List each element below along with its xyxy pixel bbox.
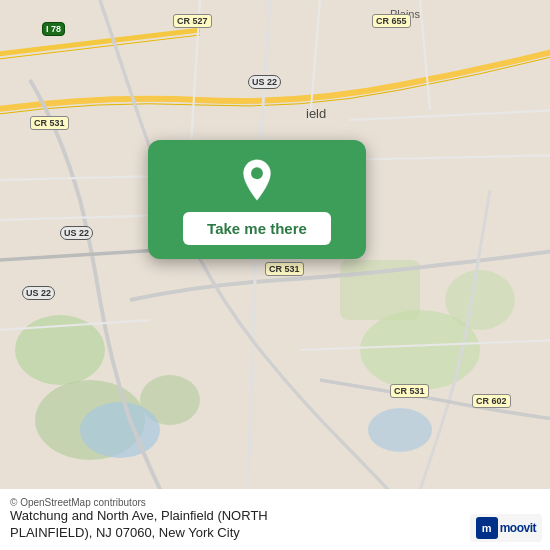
road-badge-us22-mid: US 22 [60,226,93,240]
moovit-icon: m [476,517,498,539]
svg-point-2 [445,270,515,330]
bottom-text-area: © OpenStreetMap contributors Watchung an… [10,497,498,542]
road-badge-cr655: CR 655 [372,14,411,28]
svg-point-7 [80,402,160,458]
map-container: Plains I 78 CR 527 CR 655 US 22 CR 531 U… [0,0,550,550]
road-badge-us22-top: US 22 [248,75,281,89]
place-label: ield [306,106,326,121]
road-badge-cr531-br: CR 531 [390,384,429,398]
address-line: Watchung and North Ave, Plainfield (NORT… [10,508,498,542]
road-badge-cr602: CR 602 [472,394,511,408]
osm-attribution: © OpenStreetMap contributors [10,497,498,508]
road-badge-cr531-bot: CR 531 [265,262,304,276]
bottom-bar: © OpenStreetMap contributors Watchung an… [0,489,550,550]
road-badge-us22-bot: US 22 [22,286,55,300]
road-badge-cr531-left: CR 531 [30,116,69,130]
moovit-logo: m moovit [470,514,542,542]
svg-point-21 [251,167,263,179]
location-pin-icon [235,158,279,202]
road-badge-cr527: CR 527 [173,14,212,28]
moovit-label: moovit [500,521,536,535]
take-me-there-button[interactable]: Take me there [183,212,331,245]
popup-card: Take me there [148,140,366,259]
road-badge-i78: I 78 [42,22,65,36]
svg-point-8 [368,408,432,452]
